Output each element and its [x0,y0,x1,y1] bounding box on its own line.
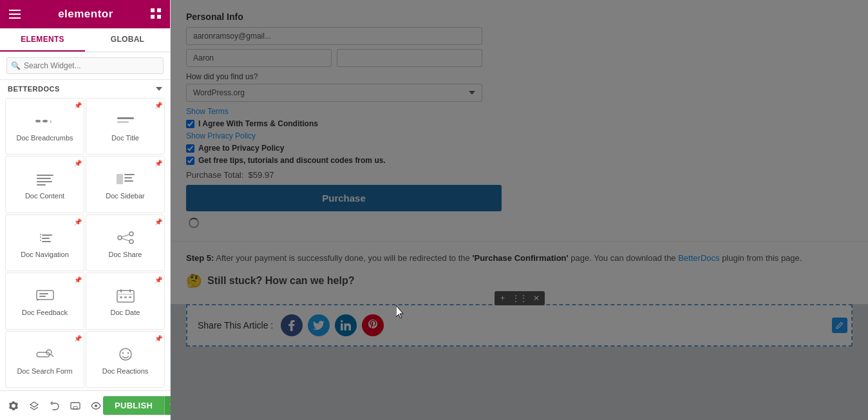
doc-share-icon [114,228,137,247]
bottom-icons [6,399,103,413]
pin-icon: 📌 [74,102,80,108]
svg-marker-32 [37,300,41,301]
responsive-icon[interactable] [68,399,82,413]
widget-label: Doc Date [111,309,140,317]
svg-rect-18 [124,177,132,178]
svg-rect-15 [37,184,46,186]
svg-line-42 [51,354,53,357]
svg-rect-12 [37,175,53,176]
svg-point-25 [129,232,133,236]
svg-point-44 [122,352,123,354]
svg-point-49 [95,405,97,407]
sidebar-tabs: ELEMENTS GLOBAL [0,28,170,52]
svg-rect-22 [42,238,50,239]
widget-doc-breadcrumbs[interactable]: 📌 › Doc Breadcrumbs [5,98,84,155]
sidebar-bottom-bar: PUBLISH [0,390,170,420]
widgets-grid: 📌 › Doc Breadcrumbs 📌 Doc Title 📌 Doc Co… [0,95,170,390]
svg-rect-19 [124,180,133,182]
svg-rect-2 [9,17,21,19]
doc-reactions-icon [114,345,137,364]
svg-rect-0 [9,10,21,11]
svg-rect-37 [120,296,122,298]
search-bar: 🔍 [0,52,170,80]
doc-breadcrumbs-icon: › [33,111,57,131]
widget-label: Doc Search Form [17,367,72,376]
widget-doc-feedback[interactable]: 📌 Doc Feedback [5,272,84,329]
svg-rect-4 [157,8,161,12]
tab-global[interactable]: GLOBAL [85,28,170,52]
svg-line-28 [122,238,129,241]
widget-doc-sidebar[interactable]: 📌 Doc Sidebar [86,156,165,213]
widget-doc-search-form[interactable]: 📌 Doc Search Form [5,331,84,388]
doc-date-icon [114,286,137,305]
doc-feedback-icon [33,286,57,305]
pin-icon: 📌 [155,276,161,283]
widget-doc-navigation[interactable]: 📌 ⋮ Doc Navigation [5,215,84,271]
pin-icon: 📌 [74,335,80,341]
svg-rect-34 [117,294,134,295]
pin-icon: 📌 [155,335,161,341]
search-icon: 🔍 [11,61,21,70]
widget-doc-reactions[interactable]: 📌 Doc Reactions [86,331,165,388]
svg-rect-39 [129,296,131,298]
svg-rect-14 [37,181,52,182]
publish-button[interactable]: PUBLISH [103,396,164,415]
doc-content-icon [33,169,57,189]
hamburger-icon[interactable] [9,10,21,19]
svg-rect-38 [124,296,127,298]
svg-rect-8 [42,120,48,122]
content-area: Remember me Pay $59.97 Personal Info How… [171,0,868,420]
svg-rect-10 [117,117,134,119]
layers-icon[interactable] [27,399,41,413]
modal-overlay [171,0,868,420]
svg-rect-21 [42,234,52,236]
eye-icon[interactable] [89,399,103,413]
svg-rect-16 [117,174,123,184]
svg-text:›: › [50,118,52,125]
svg-rect-31 [39,296,46,297]
elementor-logo: elementor [58,8,113,21]
svg-point-45 [127,352,128,354]
svg-line-27 [122,234,129,237]
pin-icon: 📌 [155,160,161,166]
doc-title-icon [114,111,137,131]
widget-label: Doc Title [111,134,139,142]
svg-rect-47 [71,403,80,409]
widget-label: Doc Navigation [21,251,69,259]
widget-label: Doc Reactions [102,367,149,376]
doc-search-form-icon [33,345,57,364]
svg-point-26 [129,240,133,243]
widget-doc-title[interactable]: 📌 Doc Title [86,98,165,155]
tab-elements[interactable]: ELEMENTS [0,28,85,52]
svg-rect-3 [151,8,155,12]
widget-doc-share[interactable]: 📌 Doc Share [86,215,165,271]
svg-rect-5 [151,15,155,19]
svg-marker-46 [30,402,38,407]
doc-sidebar-icon [114,169,137,189]
svg-rect-11 [117,121,129,123]
widget-label: Doc Content [25,192,64,200]
svg-rect-1 [9,14,21,15]
widget-label: Doc Share [109,251,142,259]
widget-doc-date[interactable]: 📌 Doc Date [86,272,165,329]
widget-label: Doc Breadcrumbs [16,134,73,142]
widget-doc-content[interactable]: 📌 Doc Content [5,156,84,213]
grid-icon[interactable] [151,8,161,21]
widget-label: Doc Feedback [22,309,68,317]
svg-point-24 [118,236,122,240]
betterdocs-section-label[interactable]: BETTERDOCS [0,80,170,95]
pin-icon: 📌 [155,102,161,108]
sidebar: elementor ELEMENTS GLOBAL 🔍 BETTERDOCS 📌… [0,0,171,420]
undo-icon[interactable] [48,399,62,413]
svg-rect-36 [129,289,131,292]
settings-icon[interactable] [6,399,21,413]
widget-label: Doc Sidebar [106,192,145,200]
svg-rect-7 [35,120,41,122]
svg-rect-17 [124,174,135,175]
svg-rect-6 [157,15,161,19]
svg-rect-35 [120,289,122,292]
svg-rect-30 [39,293,48,294]
svg-point-43 [120,348,131,360]
svg-rect-13 [37,178,51,179]
search-input[interactable] [6,57,164,74]
